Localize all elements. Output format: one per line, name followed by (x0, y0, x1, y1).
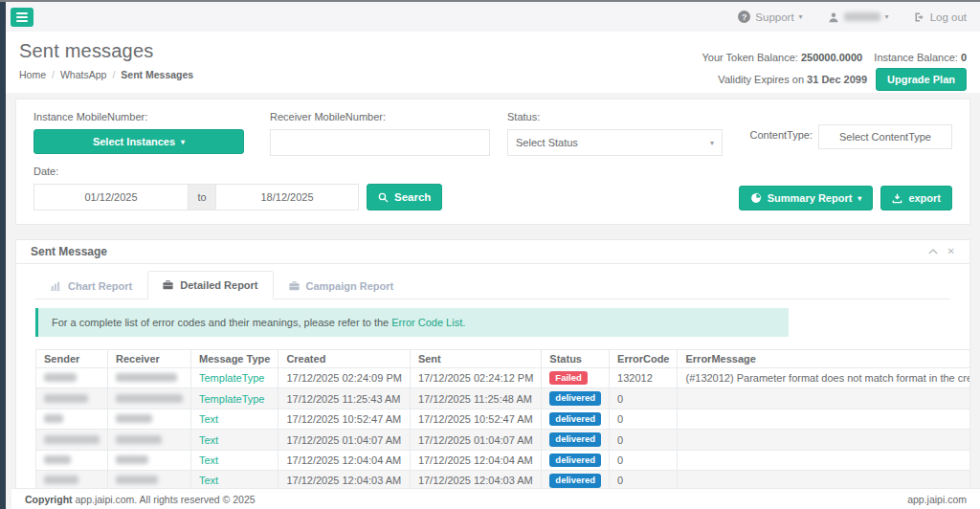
cell-created: 17/12/2025 12:04:04 AM (278, 450, 410, 470)
sender-redacted (44, 414, 63, 423)
sender-redacted (44, 476, 78, 484)
receiver-redacted (116, 373, 177, 382)
cell-sent: 17/12/2025 12:04:04 AM (410, 450, 541, 470)
cell-errormessage (678, 430, 969, 450)
cell-message-type: TemplateType (191, 368, 278, 388)
cell-sender (36, 368, 108, 388)
col-errorcode[interactable]: ErrorCode (610, 350, 678, 368)
col-errormessage[interactable]: ErrorMessage (678, 350, 969, 368)
cell-receiver (108, 430, 191, 450)
export-button[interactable]: export (880, 186, 952, 210)
export-label: export (908, 192, 941, 204)
receiver-redacted (116, 394, 183, 403)
page-header: Sent messages HomeWhatsAppSent Messages … (6, 32, 980, 93)
receiver-redacted (116, 455, 148, 464)
close-icon[interactable]: ✕ (947, 247, 955, 256)
status-badge: delivered (549, 454, 601, 467)
tab-detailed-report[interactable]: Detailed Report (147, 271, 273, 299)
search-label: Search (394, 191, 431, 203)
cell-message-type: Text (191, 450, 278, 470)
cell-receiver (108, 388, 191, 409)
caret-down-icon: ▾ (710, 139, 714, 147)
cell-sender (36, 450, 108, 470)
panel-title: Sent Message (31, 245, 107, 258)
message-type-link[interactable]: Text (199, 413, 218, 425)
filter-panel: Instance MobileNumber: Select Instances … (15, 99, 970, 225)
breadcrumb: HomeWhatsAppSent Messages (19, 69, 193, 80)
col-status[interactable]: Status (542, 350, 610, 368)
breadcrumb-home[interactable]: Home (19, 69, 60, 80)
footer-copyright-rest: app.jaipi.com. All rights reserved © 202… (73, 494, 256, 505)
cell-status: delivered (542, 430, 610, 450)
message-type-link[interactable]: Text (199, 434, 218, 446)
status-badge: delivered (549, 432, 601, 446)
search-button[interactable]: Search (367, 184, 442, 210)
search-icon (378, 192, 389, 203)
message-type-link[interactable]: TemplateType (199, 393, 264, 405)
user-icon (828, 11, 839, 23)
contenttype-input[interactable] (818, 124, 952, 149)
menu-icon (16, 12, 28, 22)
pie-chart-icon (750, 192, 762, 204)
table-header-row: Sender Receiver Message Type Created Sen… (36, 350, 970, 368)
contenttype-label: ContentType: (750, 124, 813, 141)
cell-receiver (108, 450, 191, 470)
briefcase-icon (289, 281, 300, 291)
receiver-mobile-input[interactable] (270, 129, 490, 156)
error-code-list-link[interactable]: Error Code List. (391, 317, 465, 328)
briefcase-icon (163, 280, 173, 290)
sidebar-toggle-button[interactable] (11, 8, 33, 27)
cell-message-type: Text (191, 430, 278, 450)
footer-copyright-bold: Copyright (25, 494, 73, 505)
notice-text: For a complete list of error codes and t… (52, 317, 389, 328)
date-label: Date: (33, 166, 442, 177)
col-sender[interactable]: Sender (36, 350, 108, 368)
col-message-type[interactable]: Message Type (191, 350, 278, 368)
tab-chart-report[interactable]: Chart Report (35, 271, 147, 299)
sent-message-panel: Sent Message ✕ Chart Report (15, 239, 970, 509)
message-type-link[interactable]: Text (199, 475, 218, 486)
caret-down-icon: ▾ (181, 138, 185, 146)
cell-errormessage (678, 388, 969, 409)
username-redacted (844, 12, 880, 21)
table-row: TemplateType 17/12/2025 11:25:43 AM 17/1… (36, 388, 970, 409)
token-balance-label: Your Token Balance: (702, 52, 798, 63)
caret-down-icon: ▾ (885, 12, 889, 21)
col-created[interactable]: Created (278, 350, 410, 368)
status-select-value: Select Status (516, 137, 578, 148)
cell-errormessage (678, 450, 969, 470)
question-icon: ? (738, 11, 750, 23)
validity-value: 31 Dec 2099 (807, 74, 867, 85)
breadcrumb-whatsapp[interactable]: WhatsApp (60, 69, 121, 80)
cell-errorcode: 0 (610, 409, 678, 429)
cell-status: Failed (542, 368, 610, 388)
status-badge: delivered (549, 474, 601, 487)
caret-down-icon: ▾ (858, 194, 861, 203)
status-badge: Failed (549, 371, 587, 385)
cell-receiver (108, 368, 191, 388)
logout-label: Log out (930, 11, 967, 23)
logout-button[interactable]: Log out (914, 11, 967, 23)
date-from-input[interactable] (33, 184, 189, 210)
col-receiver[interactable]: Receiver (108, 350, 191, 368)
message-type-link[interactable]: TemplateType (199, 372, 264, 384)
user-menu[interactable]: ▾ (828, 11, 889, 23)
logout-icon (914, 11, 925, 23)
cell-sender (36, 388, 108, 409)
col-sent[interactable]: Sent (410, 350, 541, 368)
footer-domain: app.jaipi.com (907, 494, 967, 505)
token-balance-value: 250000.0000 (801, 52, 862, 63)
cell-sent: 17/12/2025 10:52:47 AM (410, 409, 541, 429)
support-menu[interactable]: ? Support ▾ (738, 11, 802, 23)
message-type-link[interactable]: Text (199, 454, 218, 466)
status-select[interactable]: Select Status ▾ (507, 129, 723, 156)
upgrade-plan-button[interactable]: Upgrade Plan (876, 68, 967, 91)
collapse-icon[interactable] (928, 248, 938, 255)
cell-message-type: TemplateType (191, 388, 278, 409)
date-to-input[interactable] (215, 184, 359, 210)
summary-report-button[interactable]: Summary Report ▾ (739, 186, 874, 210)
footer-copyright: Copyright app.jaipi.com. All rights rese… (25, 494, 256, 505)
tab-campaign-report[interactable]: Campaign Report (274, 271, 410, 299)
select-instances-button[interactable]: Select Instances ▾ (33, 129, 244, 154)
table-row: Text 17/12/2025 10:52:47 AM 17/12/2025 1… (36, 409, 970, 429)
